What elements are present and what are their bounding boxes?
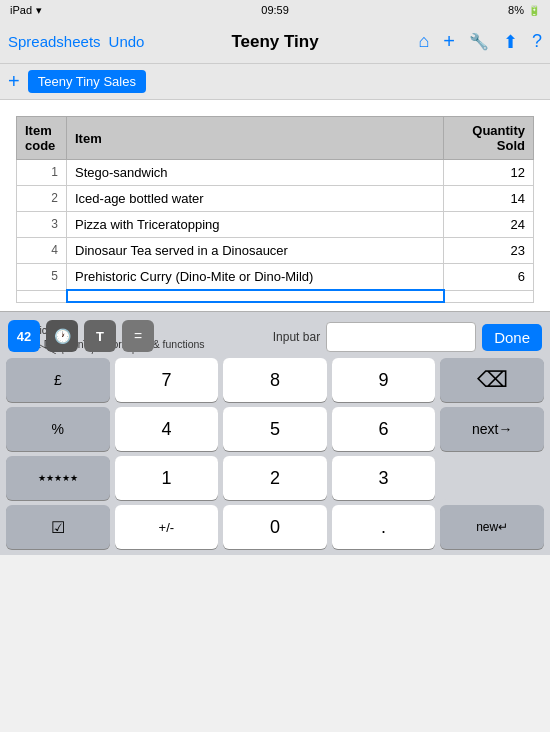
time-icon-button[interactable]: 🕐 [46, 320, 78, 352]
key-new[interactable]: new↵ [440, 505, 544, 549]
done-button[interactable]: Done [482, 324, 542, 351]
status-bar: iPad ▾ 09:59 8% 🔋 [0, 0, 550, 20]
status-right: 8% 🔋 [508, 4, 540, 16]
back-button[interactable]: Spreadsheets [8, 33, 101, 50]
cell-item-5[interactable]: Prehistoric Curry (Dino-Mite or Dino-Mil… [67, 264, 444, 291]
undo-button[interactable]: Undo [109, 33, 145, 50]
key-stars[interactable]: ★★★★★ [6, 456, 110, 500]
key-7[interactable]: 7 [115, 358, 219, 402]
nav-actions: ⌂ + 🔧 ⬆ ? [418, 30, 542, 53]
nav-title: Teeny Tiny [231, 32, 318, 52]
wifi-icon: ▾ [36, 4, 42, 17]
keyboard-toolbar: Numerical Time & Duration Text Formulas … [0, 311, 550, 354]
table-row: 2 Iced-age bottled water 14 [17, 186, 534, 212]
cell-item-1[interactable]: Stego-sandwich [67, 160, 444, 186]
add-icon[interactable]: + [443, 30, 455, 53]
cell-code-2[interactable]: 2 [17, 186, 67, 212]
nav-bar: Spreadsheets Undo Teeny Tiny ⌂ + 🔧 ⬆ ? [0, 20, 550, 64]
key-4[interactable]: 4 [115, 407, 219, 451]
tooltip-container: Numerical Time & Duration Text Formulas … [8, 316, 542, 354]
share-icon[interactable]: ⬆ [503, 31, 518, 53]
key-2[interactable]: 2 [223, 456, 327, 500]
add-sheet-button[interactable]: + [8, 70, 20, 93]
key-pound[interactable]: £ [6, 358, 110, 402]
status-left: iPad ▾ [10, 4, 42, 17]
table-row [17, 290, 534, 302]
kb-icons-row: 42 🕐 T = [8, 320, 154, 352]
key-8[interactable]: 8 [223, 358, 327, 402]
cell-qty-3[interactable]: 24 [444, 212, 534, 238]
nav-left: Spreadsheets Undo [8, 33, 144, 50]
key-checkbox[interactable]: ☑ [6, 505, 110, 549]
battery-label: 8% [508, 4, 524, 16]
numpad: £789⌫%456next→★★★★★123☑+/-0.new↵ [0, 354, 550, 555]
input-bar-field[interactable] [326, 322, 476, 352]
key-delete[interactable]: ⌫ [440, 358, 544, 402]
key-empty [440, 456, 544, 500]
table-row: 4 Dinosaur Tea served in a Dinosaucer 23 [17, 238, 534, 264]
sheet-table: Itemcode Item Quantity Sold 1 Stego-sand… [16, 116, 534, 303]
cell-qty-2[interactable]: 14 [444, 186, 534, 212]
key-next[interactable]: next→ [440, 407, 544, 451]
time-label: 09:59 [261, 4, 289, 16]
key-plusminus[interactable]: +/- [115, 505, 219, 549]
table-row: 1 Stego-sandwich 12 [17, 160, 534, 186]
cell-qty-1[interactable]: 12 [444, 160, 534, 186]
cell-code-6[interactable] [17, 290, 67, 302]
table-row: 5 Prehistoric Curry (Dino-Mite or Dino-M… [17, 264, 534, 291]
input-bar-area: Input bar Done [273, 322, 542, 352]
formula-icon-button[interactable]: = [122, 320, 154, 352]
tab-bar: + Teeny Tiny Sales [0, 64, 550, 100]
carrier-label: iPad [10, 4, 32, 16]
wrench-icon[interactable]: 🔧 [469, 32, 489, 51]
key-5[interactable]: 5 [223, 407, 327, 451]
home-icon[interactable]: ⌂ [418, 31, 429, 52]
col-header-item: Item [67, 117, 444, 160]
cell-item-2[interactable]: Iced-age bottled water [67, 186, 444, 212]
numerical-icon-button[interactable]: 42 [8, 320, 40, 352]
col-header-code: Itemcode [17, 117, 67, 160]
cell-code-5[interactable]: 5 [17, 264, 67, 291]
col-header-qty: Quantity Sold [444, 117, 534, 160]
input-bar-label: Input bar [273, 330, 320, 344]
key-6[interactable]: 6 [332, 407, 436, 451]
text-icon-button[interactable]: T [84, 320, 116, 352]
cell-item-3[interactable]: Pizza with Triceratopping [67, 212, 444, 238]
battery-icon: 🔋 [528, 5, 540, 16]
cell-item-6[interactable] [67, 290, 444, 302]
key-0[interactable]: 0 [223, 505, 327, 549]
key-9[interactable]: 9 [332, 358, 436, 402]
cell-code-1[interactable]: 1 [17, 160, 67, 186]
key-1[interactable]: 1 [115, 456, 219, 500]
help-icon[interactable]: ? [532, 31, 542, 52]
cell-qty-4[interactable]: 23 [444, 238, 534, 264]
cell-item-4[interactable]: Dinosaur Tea served in a Dinosaucer [67, 238, 444, 264]
cell-code-3[interactable]: 3 [17, 212, 67, 238]
key-3[interactable]: 3 [332, 456, 436, 500]
table-row: 3 Pizza with Triceratopping 24 [17, 212, 534, 238]
key-percent[interactable]: % [6, 407, 110, 451]
cell-qty-5[interactable]: 6 [444, 264, 534, 291]
active-tab[interactable]: Teeny Tiny Sales [28, 70, 146, 93]
key-dot[interactable]: . [332, 505, 436, 549]
cell-qty-6[interactable] [444, 290, 534, 302]
spreadsheet-area: Itemcode Item Quantity Sold 1 Stego-sand… [0, 100, 550, 311]
cell-code-4[interactable]: 4 [17, 238, 67, 264]
